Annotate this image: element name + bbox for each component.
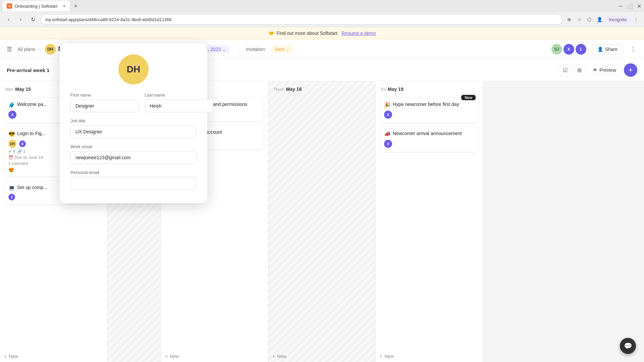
- card-avatar-hype-x: X: [384, 111, 392, 119]
- add-new-label-thu: New: [277, 354, 286, 359]
- job-title-label: Job title: [70, 118, 197, 123]
- preview-eye-icon: 👁: [593, 67, 597, 73]
- first-name-group: First name: [70, 93, 139, 112]
- cast-icon: ⊕: [565, 15, 573, 23]
- column-date-thu: May 18: [286, 86, 302, 92]
- preview-button[interactable]: 👁 Preview: [588, 65, 621, 75]
- invitation-label: Invitation:: [246, 47, 266, 52]
- new-tab-button[interactable]: +: [71, 1, 80, 11]
- last-name-group: Last name: [145, 93, 213, 112]
- bookmark-icon[interactable]: ☆: [575, 15, 583, 23]
- column-date: May 15: [15, 86, 31, 92]
- profile-icon[interactable]: 👤: [595, 15, 603, 23]
- personal-email-group: Personal email: [70, 170, 197, 190]
- share-icon: 👤: [597, 47, 603, 52]
- share-button[interactable]: 👤 Share: [592, 44, 623, 54]
- support-chat-button[interactable]: 💬: [620, 338, 636, 354]
- profile-avatar-large: DH: [118, 54, 149, 84]
- add-card-button[interactable]: +: [624, 63, 637, 77]
- add-icon-fri: +: [380, 354, 382, 359]
- invitation-status-picker[interactable]: Sent ⌄: [271, 45, 293, 53]
- card-badge-1: 1: [8, 194, 15, 200]
- banner-text: Find out more about Softstart.: [277, 31, 339, 36]
- column-day: Mon: [5, 87, 13, 92]
- card-newcomer-announcement[interactable]: 📣 Newcomer arrival announcement X: [380, 126, 479, 152]
- card-title-hype: 🎉 Hype newcomer before first day: [384, 102, 474, 108]
- preview-label: Preview: [599, 67, 616, 73]
- add-new-label: New: [9, 354, 18, 359]
- window-maximize-button[interactable]: ⬜: [626, 3, 633, 9]
- card-hype-newcomer[interactable]: New 🎉 Hype newcomer before first day X: [380, 97, 479, 123]
- avatar-count[interactable]: 1: [576, 44, 586, 55]
- window-close-button[interactable]: ✕: [637, 3, 641, 9]
- first-name-input[interactable]: [70, 100, 139, 112]
- add-new-thu[interactable]: + New: [268, 350, 375, 362]
- work-email-input[interactable]: [70, 151, 197, 164]
- profile-form: First name Last name Job title Work emai…: [70, 93, 197, 190]
- avatar-sj[interactable]: SJ: [551, 44, 562, 55]
- last-name-input[interactable]: [145, 100, 213, 112]
- extension-icon[interactable]: ⬡: [585, 15, 593, 23]
- column-header-fri: Fri May 19: [376, 81, 483, 95]
- add-new-wed[interactable]: + New: [161, 350, 268, 362]
- column-fri-may19: Fri May 19 New 🎉 Hype newcomer before fi…: [376, 81, 483, 362]
- invitation-chevron-icon: ⌄: [286, 47, 290, 52]
- column-day-fri: Fri: [381, 87, 386, 92]
- toolbar-icons: ☑ ⊞ 👁 Preview +: [559, 63, 637, 77]
- request-demo-link[interactable]: Request a demo: [341, 31, 376, 36]
- breadcrumb-separator: ›: [38, 47, 40, 52]
- active-tab[interactable]: S Onboarding | Softstart ×: [3, 1, 70, 11]
- address-bar[interactable]: my.softstart.app/plans/d48cca86-6224-4a3…: [40, 14, 562, 25]
- last-name-label: Last name: [145, 93, 213, 98]
- reload-button[interactable]: ↻: [28, 15, 38, 24]
- invitation-status-text: Sent: [275, 47, 284, 52]
- checklist-icon[interactable]: ☑: [559, 64, 571, 76]
- avatar-x[interactable]: X: [564, 44, 574, 55]
- tab-title: Onboarding | Softstart: [15, 4, 57, 9]
- address-text: my.softstart.app/plans/d48cca86-6224-4a3…: [45, 17, 171, 22]
- column-cards-thu: [268, 95, 375, 349]
- profile-dropdown: DH First name Last name Job title Work e…: [60, 44, 207, 203]
- add-new-mon[interactable]: + New: [0, 350, 107, 362]
- sidebar-toggle-button[interactable]: ☰: [7, 46, 12, 53]
- filter-icon[interactable]: ⊞: [574, 64, 585, 76]
- forward-button[interactable]: ›: [16, 15, 25, 24]
- plan-avatar: DH: [45, 44, 56, 55]
- column-day-thu: Thurs: [274, 87, 284, 92]
- banner-emoji: 🤝: [268, 31, 274, 36]
- personal-email-label: Personal email: [70, 170, 197, 175]
- column-date-fri: May 19: [388, 86, 404, 92]
- all-plans-link[interactable]: All plans: [17, 47, 35, 52]
- column-thu-may18: Thurs May 18 + New: [268, 81, 376, 362]
- window-minimize-button[interactable]: ─: [619, 3, 622, 9]
- card-badge-count: 6: [19, 140, 26, 147]
- card-title-announcement: 📣 Newcomer arrival announcement: [384, 131, 474, 137]
- incognito-label: Incognito: [605, 16, 630, 23]
- add-new-fri[interactable]: + New: [376, 350, 483, 362]
- share-label: Share: [605, 47, 618, 52]
- card-avatar-announce-x: X: [384, 140, 392, 148]
- announcement-banner: 🤝 Find out more about Softstart. Request…: [0, 27, 644, 39]
- breadcrumb: All plans ›: [17, 47, 40, 52]
- add-icon-thu: +: [272, 354, 275, 359]
- add-new-label-fri: New: [384, 354, 394, 359]
- tab-close-button[interactable]: ×: [63, 3, 66, 9]
- first-name-label: First name: [70, 93, 139, 98]
- add-new-label-wed: New: [170, 354, 179, 359]
- column-header-thu: Thurs May 18: [268, 81, 375, 95]
- card-avatar-x: X: [8, 111, 16, 119]
- add-icon-wed: +: [165, 354, 168, 359]
- header-more-button[interactable]: ⋮: [629, 44, 637, 54]
- add-icon: +: [4, 354, 7, 359]
- column-cards-fri: New 🎉 Hype newcomer before first day X 📣…: [376, 95, 483, 349]
- collaborator-avatars: SJ X 1: [551, 44, 586, 55]
- card-avatar-dh: DH: [8, 140, 16, 148]
- first-day-chevron-icon: ⌄: [222, 47, 226, 52]
- work-email-label: Work email: [70, 144, 197, 149]
- personal-email-input[interactable]: [70, 177, 197, 190]
- name-row: First name Last name: [70, 93, 197, 112]
- tab-favicon: S: [7, 3, 12, 9]
- job-title-input[interactable]: [70, 125, 197, 138]
- more-options-icon[interactable]: ⋮: [632, 15, 640, 23]
- back-button[interactable]: ‹: [4, 15, 13, 24]
